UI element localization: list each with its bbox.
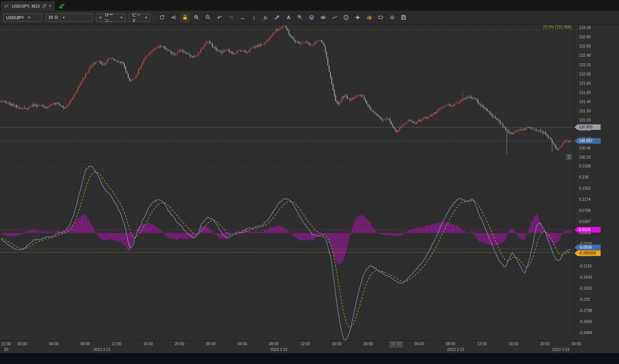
tab-close-icon[interactable]: × <box>49 3 52 8</box>
indicator-tick-label: 0.2338 <box>579 164 591 169</box>
visibility-button[interactable] <box>319 13 328 22</box>
symbol-select-value: USD/JPY <box>6 15 24 20</box>
price-tick-label: 132.20 <box>579 63 591 67</box>
timeframe-select-value: 10 分 <box>48 15 58 20</box>
lock-icon <box>182 15 188 20</box>
auto-scroll-button[interactable] <box>169 13 178 22</box>
time-tick-label: 04:00 <box>237 342 247 346</box>
tools-icon <box>297 15 303 20</box>
objects-button[interactable] <box>376 13 385 22</box>
price-tick-label: 131.60 <box>579 90 591 95</box>
indicator-badge: -0.0539 <box>575 244 601 250</box>
gear-icon <box>389 15 395 20</box>
price-mode-select[interactable]: ビッド <box>129 13 150 22</box>
tab-bar: USD/JPY, M10 × <box>0 0 619 11</box>
candle-style-icon <box>99 15 102 20</box>
settings-button[interactable] <box>388 13 397 22</box>
toolbar-icons: ↶ ↷ ↔ ↕ fx A <box>158 13 408 22</box>
redo-button[interactable]: ↷ <box>227 13 235 22</box>
chart-canvas[interactable] <box>0 25 619 353</box>
lock-scroll-button[interactable] <box>181 13 189 22</box>
refresh-icon <box>159 15 165 20</box>
insert-function-button[interactable]: fx <box>261 13 270 22</box>
refresh-button[interactable] <box>158 13 166 22</box>
new-chart-icon <box>59 3 64 9</box>
crosshair-button[interactable] <box>353 13 362 22</box>
redo-icon: ↷ <box>229 15 234 20</box>
price-tick-label: 130.20 <box>579 155 591 160</box>
undo-button[interactable]: ↶ <box>215 13 224 22</box>
indicator-list-button[interactable] <box>330 13 339 22</box>
indicator-tick-label: -0.1543 <box>579 275 592 280</box>
price-tick-label: 130.40 <box>579 146 591 151</box>
price-tick-label: 132.60 <box>579 44 591 49</box>
price-badge: 130.557 <box>575 138 601 144</box>
ellipse-icon <box>378 15 384 20</box>
colored-bars-icon <box>366 15 372 20</box>
indicator-tick-label: 0.1174 <box>579 197 591 202</box>
chevron-down-icon <box>145 17 147 18</box>
eye-icon <box>320 15 326 20</box>
time-tick-label: 00:00 <box>206 342 216 346</box>
fx-icon: fx <box>264 15 267 20</box>
indicator-tick-label: 0.0397 <box>579 220 591 224</box>
save-button[interactable] <box>399 13 408 22</box>
time-tick-label: 08:00 <box>80 342 90 346</box>
zoom-in-button[interactable] <box>192 13 201 22</box>
chart-style-select-value: ローソ... <box>105 12 116 23</box>
draw-button[interactable] <box>273 13 282 22</box>
price-tick-label: 132.40 <box>579 53 591 58</box>
timeframe-select[interactable]: 10 分 <box>45 13 93 22</box>
time-tick-label: 12:00 <box>300 342 310 346</box>
chevron-down-icon <box>28 17 30 18</box>
price-tick-label: 132.80 <box>579 35 591 39</box>
chart-style-select[interactable]: ローソ... <box>96 13 126 22</box>
indicator-tick-label: -0.232 <box>579 297 590 302</box>
save-icon <box>401 15 407 20</box>
pencil-icon <box>274 15 280 20</box>
indicator-badge: -0.065959 <box>575 250 601 256</box>
horizontal-scale-button[interactable]: ↔ <box>238 13 247 22</box>
time-tick-label: 21:00 <box>1 342 11 346</box>
up-down-arrows-icon <box>567 154 571 159</box>
new-chart-button[interactable] <box>59 1 64 11</box>
chevron-down-icon <box>63 17 65 18</box>
time-tick-label: 12:00 <box>477 342 487 346</box>
zoom-out-button[interactable] <box>204 13 212 22</box>
date-label: 2023 3 23 <box>447 348 464 352</box>
info-button[interactable] <box>342 13 351 22</box>
text-tool-icon: A <box>287 15 290 20</box>
vertical-scale-button[interactable]: ↕ <box>250 13 258 22</box>
candlestick-chart-icon <box>4 3 10 9</box>
time-tick-label: 00:00 <box>571 342 581 346</box>
price-mode-select-value: ビッド <box>132 12 141 23</box>
time-tick-label: 08:00 <box>446 342 455 346</box>
tools-button[interactable] <box>296 13 305 22</box>
time-tick-label: 16:00 <box>143 342 153 346</box>
symbol-select[interactable]: USD/JPY <box>3 13 42 22</box>
price-tick-label: 133.00 <box>579 26 591 30</box>
time-tick-label: 12:00 <box>112 342 121 346</box>
indicator-badge: 0.0119 <box>575 227 601 233</box>
indicator-tick-label: -0.1932 <box>579 286 592 291</box>
zoom-out-icon <box>205 15 211 20</box>
bottom-panel <box>0 353 619 364</box>
chevron-down-icon <box>120 17 123 18</box>
bar-style-button[interactable] <box>365 13 374 22</box>
chart-tab[interactable]: USD/JPY, M10 × <box>1 1 55 11</box>
undo-icon: ↶ <box>217 15 222 20</box>
layers-button[interactable] <box>307 13 316 22</box>
chart-area: 23.6% (132.968) 133.00132.80132.60132.40… <box>0 25 619 353</box>
info-icon <box>343 15 349 20</box>
time-tick-label: 20:00 <box>175 342 184 346</box>
sparkline-icon <box>332 15 337 20</box>
scale-toggle-button[interactable] <box>566 154 572 160</box>
indicator-tick-label: -0.2708 <box>579 308 592 313</box>
date-label: 2023 3 22 <box>270 348 288 352</box>
auto-scroll-icon <box>171 15 176 20</box>
popout-icon[interactable] <box>42 4 46 8</box>
zoom-in-icon <box>194 15 199 20</box>
time-tick-label: 04:00 <box>414 342 424 346</box>
text-button[interactable]: A <box>284 13 293 22</box>
indicator-tick-label: -0.3484 <box>579 331 592 335</box>
